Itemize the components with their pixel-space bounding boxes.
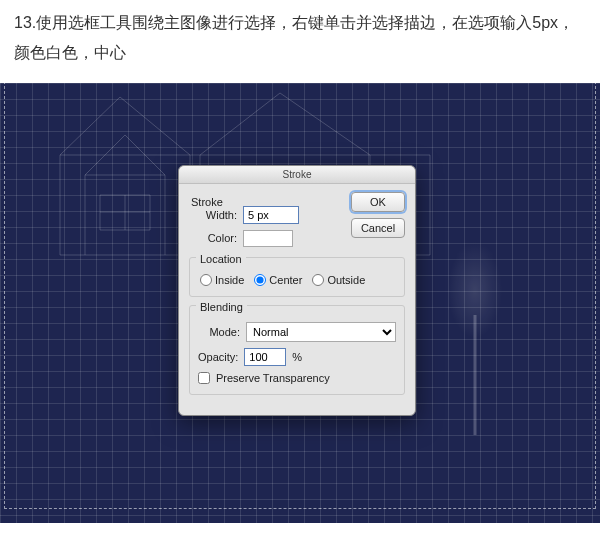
- opacity-unit: %: [292, 351, 302, 363]
- blueprint-canvas: Stroke OK Cancel Stroke Width: Color:: [0, 83, 600, 523]
- preserve-checkbox[interactable]: [198, 372, 210, 384]
- dialog-title: Stroke: [179, 166, 415, 184]
- width-input[interactable]: [243, 206, 299, 224]
- cancel-button[interactable]: Cancel: [351, 218, 405, 238]
- mode-label: Mode:: [198, 326, 240, 338]
- stroke-dialog: Stroke OK Cancel Stroke Width: Color:: [178, 165, 416, 416]
- radio-center[interactable]: Center: [254, 274, 302, 286]
- color-label: Color:: [197, 232, 237, 244]
- location-legend: Location: [196, 253, 246, 263]
- ok-button[interactable]: OK: [351, 192, 405, 212]
- width-label: Width:: [197, 209, 237, 221]
- opacity-input[interactable]: [244, 348, 286, 366]
- mode-select[interactable]: Normal: [246, 322, 396, 342]
- radio-inside[interactable]: Inside: [200, 274, 244, 286]
- tree-silhouette: [430, 203, 520, 453]
- radio-outside[interactable]: Outside: [312, 274, 365, 286]
- color-swatch[interactable]: [243, 230, 293, 247]
- preserve-label: Preserve Transparency: [216, 372, 330, 384]
- opacity-label: Opacity:: [198, 351, 238, 363]
- blending-legend: Blending: [196, 301, 247, 311]
- step-instruction: 13.使用选框工具围绕主图像进行选择，右键单击并选择描边，在选项输入5px，颜色…: [0, 0, 600, 83]
